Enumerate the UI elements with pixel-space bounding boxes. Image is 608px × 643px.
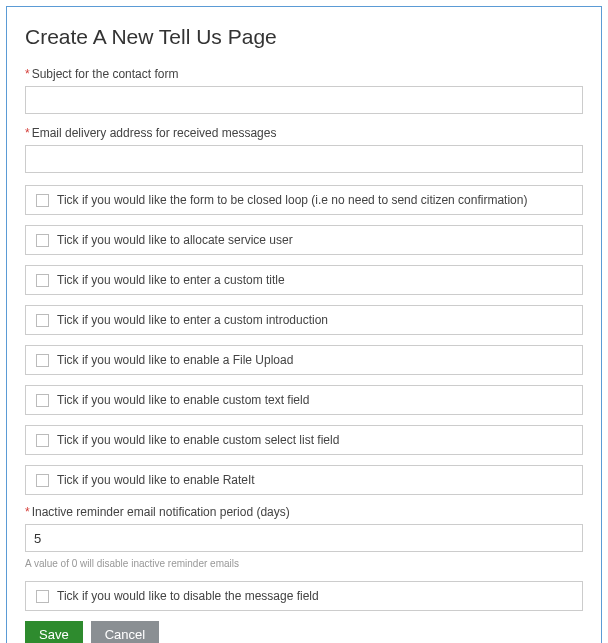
checkbox-rateit-label: Tick if you would like to enable RateIt	[57, 473, 255, 487]
checkbox-file-upload[interactable]: Tick if you would like to enable a File …	[25, 345, 583, 375]
checkbox-custom-intro[interactable]: Tick if you would like to enter a custom…	[25, 305, 583, 335]
checkbox-custom-select-label: Tick if you would like to enable custom …	[57, 433, 339, 447]
checkbox-custom-text-label: Tick if you would like to enable custom …	[57, 393, 309, 407]
subject-input[interactable]	[25, 86, 583, 114]
checkbox-disable-message-input[interactable]	[36, 590, 49, 603]
checkbox-custom-title-input[interactable]	[36, 274, 49, 287]
checkbox-allocate-user[interactable]: Tick if you would like to allocate servi…	[25, 225, 583, 255]
subject-label-line: *Subject for the contact form	[25, 67, 583, 81]
checkbox-rateit-input[interactable]	[36, 474, 49, 487]
inactive-period-label: Inactive reminder email notification per…	[32, 505, 290, 519]
checkbox-closed-loop[interactable]: Tick if you would like the form to be cl…	[25, 185, 583, 215]
field-delivery-email: *Email delivery address for received mes…	[25, 126, 583, 173]
checkbox-custom-text[interactable]: Tick if you would like to enable custom …	[25, 385, 583, 415]
subject-label: Subject for the contact form	[32, 67, 179, 81]
save-button[interactable]: Save	[25, 621, 83, 643]
required-asterisk: *	[25, 505, 30, 519]
delivery-email-input[interactable]	[25, 145, 583, 173]
inactive-period-hint: A value of 0 will disable inactive remin…	[25, 558, 583, 569]
page-title: Create A New Tell Us Page	[25, 25, 583, 49]
checkbox-file-upload-label: Tick if you would like to enable a File …	[57, 353, 293, 367]
form-panel: Create A New Tell Us Page *Subject for t…	[6, 6, 602, 643]
checkbox-closed-loop-input[interactable]	[36, 194, 49, 207]
checkbox-file-upload-input[interactable]	[36, 354, 49, 367]
checkbox-allocate-user-input[interactable]	[36, 234, 49, 247]
checkbox-custom-select[interactable]: Tick if you would like to enable custom …	[25, 425, 583, 455]
checkbox-custom-intro-input[interactable]	[36, 314, 49, 327]
checkbox-disable-message[interactable]: Tick if you would like to disable the me…	[25, 581, 583, 611]
field-subject: *Subject for the contact form	[25, 67, 583, 114]
button-row: Save Cancel	[25, 621, 583, 643]
checkbox-custom-title-label: Tick if you would like to enter a custom…	[57, 273, 285, 287]
checkbox-custom-title[interactable]: Tick if you would like to enter a custom…	[25, 265, 583, 295]
checkbox-custom-intro-label: Tick if you would like to enter a custom…	[57, 313, 328, 327]
inactive-period-input[interactable]	[25, 524, 583, 552]
required-asterisk: *	[25, 126, 30, 140]
inactive-period-label-line: *Inactive reminder email notification pe…	[25, 505, 583, 519]
delivery-email-label: Email delivery address for received mess…	[32, 126, 277, 140]
checkbox-closed-loop-label: Tick if you would like the form to be cl…	[57, 193, 527, 207]
checkbox-custom-text-input[interactable]	[36, 394, 49, 407]
cancel-button[interactable]: Cancel	[91, 621, 159, 643]
checkbox-rateit[interactable]: Tick if you would like to enable RateIt	[25, 465, 583, 495]
checkbox-allocate-user-label: Tick if you would like to allocate servi…	[57, 233, 293, 247]
required-asterisk: *	[25, 67, 30, 81]
delivery-email-label-line: *Email delivery address for received mes…	[25, 126, 583, 140]
field-inactive-period: *Inactive reminder email notification pe…	[25, 505, 583, 552]
checkbox-custom-select-input[interactable]	[36, 434, 49, 447]
checkbox-disable-message-label: Tick if you would like to disable the me…	[57, 589, 319, 603]
